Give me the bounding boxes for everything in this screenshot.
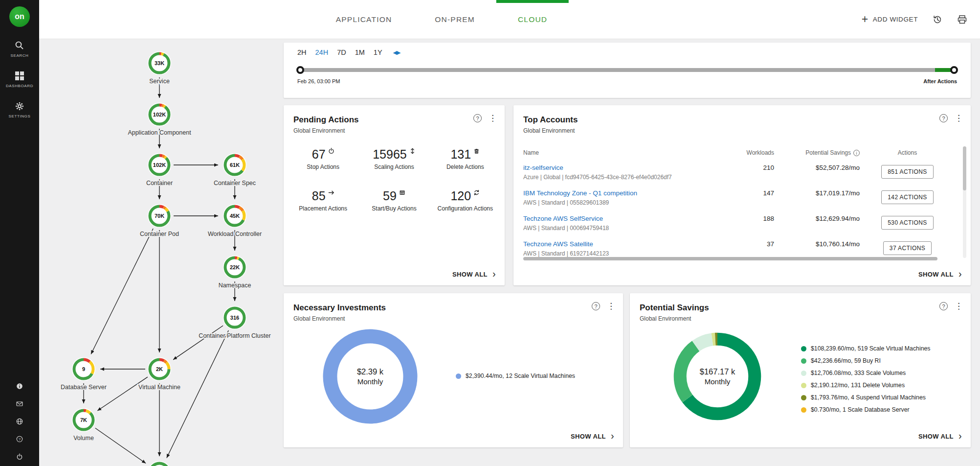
stat-delete-actions[interactable]: 131 Delete Actions (430, 147, 501, 170)
help-icon[interactable]: ? (939, 302, 948, 310)
supply-chain-node-container_pod[interactable]: 70KContainer Pod (140, 204, 179, 237)
legend-dot (801, 358, 806, 364)
more-options-icon[interactable]: ⋮ (955, 302, 963, 310)
legend-dot (801, 383, 806, 388)
range-24h[interactable]: 24H (315, 48, 329, 56)
stat-start-buy-actions[interactable]: 59 Start/Buy Actions (358, 189, 429, 212)
investments-legend: $2,390.44/mo, 12 Scale Virtual Machines (456, 373, 575, 379)
slider-handle-start[interactable] (296, 66, 304, 74)
show-all-button[interactable]: SHOW ALL › (571, 432, 614, 441)
sidebar-item-search[interactable]: SEARCH (11, 41, 29, 58)
actions-button[interactable]: 37 ACTIONS (883, 241, 932, 255)
account-detail: AWS | Standard | 000694759418 (523, 225, 720, 232)
slider-handle-end[interactable] (950, 66, 958, 74)
stat-stop-actions[interactable]: 67 Stop Actions (288, 147, 358, 170)
topbar-actions: + ADD WIDGET (862, 0, 967, 39)
playback-icon[interactable]: ◀▶ (393, 49, 401, 56)
supply-chain-node-container_spec[interactable]: 61KContainer Spec (214, 153, 256, 186)
refresh-icon (473, 189, 480, 196)
help-icon[interactable]: ? (939, 114, 948, 122)
sidebar-item-settings[interactable]: SETTINGS (9, 102, 31, 118)
power-icon[interactable] (16, 453, 23, 460)
dashboard-page: on SEARCH DASHBOARD (0, 0, 980, 466)
supply-chain-node-container[interactable]: 102KContainer (146, 153, 173, 186)
chevron-right-icon: › (492, 269, 496, 279)
app-logo[interactable]: on (9, 6, 30, 27)
vertical-scrollbar[interactable] (963, 146, 966, 258)
legend-item: $2,190.12/mo, 131 Delete Volumes (801, 382, 931, 389)
timeline-start-label: Feb 26, 03:00 PM (297, 78, 340, 84)
stat-scaling-actions[interactable]: 15965 Scaling Actions (358, 147, 429, 170)
top-accounts-widget: Top Accounts Global Environment ? ⋮ Name… (513, 105, 971, 285)
more-options-icon[interactable]: ⋮ (607, 302, 615, 310)
widget-title: Top Accounts (523, 115, 961, 125)
investments-donut-chart: $2.39 k Monthly (321, 327, 419, 425)
print-icon[interactable] (957, 15, 967, 24)
table-header-row: Name Workloads Potential Savingsi Action… (523, 146, 955, 159)
donut-center-label: $2.39 k Monthly (321, 327, 419, 425)
workloads-value: 147 (720, 188, 774, 197)
scale-icon (409, 148, 416, 154)
sidebar-item-dashboard[interactable]: DASHBOARD (6, 71, 33, 88)
info-icon[interactable] (16, 383, 23, 390)
account-link[interactable]: itz-selfservice (523, 164, 563, 171)
account-link[interactable]: IBM Technology Zone - Q1 competition (523, 189, 637, 197)
supply-chain-node-volume[interactable]: 7KVolume (72, 408, 95, 442)
range-1m[interactable]: 1M (355, 48, 365, 56)
more-options-icon[interactable]: ⋮ (489, 114, 497, 122)
show-all-button[interactable]: SHOW ALL › (452, 270, 496, 279)
supply-chain-node-container_platform_cluster[interactable]: 316Container Platform Cluster (199, 306, 270, 339)
actions-button[interactable]: 142 ACTIONS (881, 190, 933, 204)
info-icon[interactable]: i (853, 150, 860, 156)
help-icon[interactable]: ? (473, 114, 482, 122)
more-options-icon[interactable]: ⋮ (955, 114, 963, 122)
time-slider-track[interactable] (297, 68, 957, 72)
supply-chain-node-workload_controller[interactable]: 45KWorkload Controller (208, 204, 262, 237)
actions-button[interactable]: 530 ACTIONS (881, 216, 933, 230)
svg-text:Virtual Machine: Virtual Machine (138, 384, 180, 391)
sidebar-item-label: SEARCH (11, 53, 29, 58)
horizontal-scrollbar[interactable] (523, 257, 950, 260)
tab-on-prem[interactable]: ON-PREM (413, 0, 496, 39)
tab-application[interactable]: APPLICATION (314, 0, 414, 39)
sidebar: on SEARCH DASHBOARD (0, 0, 39, 466)
account-link[interactable]: Techzone AWS SelfService (523, 215, 603, 222)
chevron-right-icon: › (611, 431, 614, 441)
range-7d[interactable]: 7D (337, 48, 346, 56)
donut-center-label: $167.17 k Monthly (672, 331, 763, 422)
supply-chain-graph: 33KService102KApplication Component102KC… (39, 39, 286, 466)
history-icon[interactable] (933, 15, 942, 24)
help-icon[interactable]: ? (16, 436, 23, 443)
horizontal-scrollbar-thumb[interactable] (523, 257, 937, 260)
stat-placement-actions[interactable]: 85 Placement Actions (288, 189, 358, 212)
supply-chain-node-bottom_node[interactable] (148, 461, 171, 466)
vertical-scrollbar-thumb[interactable] (963, 146, 966, 190)
legend-dot (456, 373, 461, 379)
add-widget-button[interactable]: + ADD WIDGET (862, 14, 918, 25)
power-icon (328, 148, 334, 154)
supply-chain-node-virtual_machine[interactable]: 2KVirtual Machine (138, 357, 180, 391)
help-icon[interactable]: ? (592, 302, 600, 310)
supply-chain-node-database_server[interactable]: 9Database Server (61, 357, 107, 391)
widget-header: Pending Actions Global Environment ? ⋮ (284, 105, 505, 134)
supply-chain-node-namespace[interactable]: 22KNamespace (219, 256, 251, 289)
widget-subtitle: Global Environment (293, 315, 613, 322)
table-row: itz-selfservice Azure | Global | fcd9470… (523, 159, 955, 185)
pending-actions-grid: 67 Stop Actions 15965 Scaling Actions 13… (288, 147, 501, 212)
supply-chain-node-application_component[interactable]: 102KApplication Component (128, 103, 191, 136)
account-link[interactable]: Techzone AWS Satellite (523, 240, 593, 248)
actions-button[interactable]: 851 ACTIONS (881, 165, 933, 179)
legend-item: $2,390.44/mo, 12 Scale Virtual Machines (456, 373, 575, 379)
tab-cloud[interactable]: CLOUD (496, 0, 569, 39)
range-1y[interactable]: 1Y (374, 48, 382, 56)
show-all-button[interactable]: SHOW ALL › (918, 432, 962, 441)
supply-chain-node-service[interactable]: 33KService (148, 51, 171, 85)
supply-chain-panel: 33KService102KApplication Component102KC… (39, 39, 286, 466)
range-2h[interactable]: 2H (297, 48, 307, 56)
globe-icon[interactable] (16, 418, 23, 425)
supply-chain-nodes: 33KService102KApplication Component102KC… (61, 51, 271, 466)
show-all-button[interactable]: SHOW ALL › (918, 270, 962, 279)
stat-configuration-actions[interactable]: 120 Configuration Actions (430, 189, 501, 212)
mail-icon[interactable] (16, 400, 23, 407)
widget-header: Necessary Investments Global Environment… (284, 293, 623, 322)
